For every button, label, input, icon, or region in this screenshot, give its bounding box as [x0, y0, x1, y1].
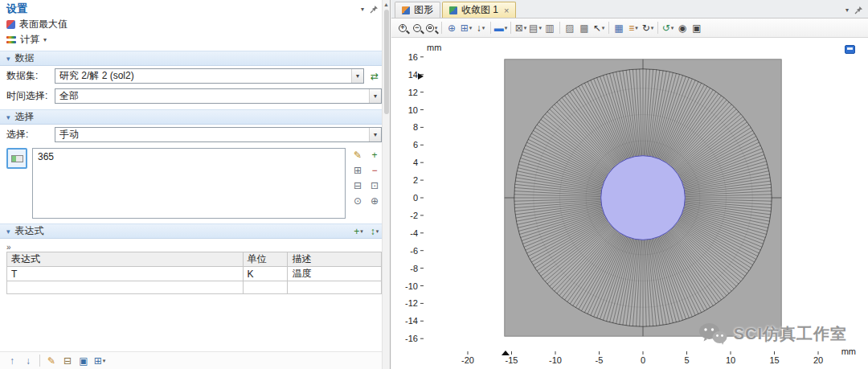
remove-from-selection-icon[interactable]: − [367, 163, 382, 177]
section-header-data[interactable]: ▾ 数据 [0, 51, 390, 66]
chevron-down-icon[interactable]: ▾ [351, 69, 363, 83]
surface-maximum-icon [6, 20, 15, 29]
tab-label: 收敛图 1 [461, 3, 498, 17]
legend-icon[interactable]: ≡▾ [626, 21, 641, 35]
move-down-icon[interactable]: ↓ [21, 354, 35, 367]
selection-list[interactable]: 365 [32, 148, 346, 219]
add-expression-icon[interactable]: +▾ [351, 224, 366, 238]
row-marker-icon: » [6, 243, 11, 252]
x-tick-label: -15 [506, 355, 518, 365]
expression-cell[interactable] [7, 281, 244, 294]
inner-circle [601, 156, 686, 240]
detach-window-icon[interactable] [845, 45, 855, 54]
zoom-in-icon[interactable]: + [395, 21, 410, 35]
expression-column-header: 单位 [243, 252, 288, 267]
zoom-extents-icon[interactable]: ⊕ [444, 21, 459, 35]
expression-cell[interactable]: K [243, 267, 288, 281]
transparency-icon[interactable]: ▨ [563, 21, 577, 35]
replace-expression-icon[interactable]: ↕▾ [367, 224, 382, 238]
switch-solution-icon[interactable]: ⇄ [367, 69, 382, 83]
mesh-plot: -20-15-10-5051015201614121086420-2-4-6-8… [391, 38, 868, 369]
move-up-icon[interactable]: ↑ [5, 354, 19, 367]
y-axis-unit-label: mm [427, 43, 441, 52]
refresh-scene-icon[interactable]: ↺▾ [661, 21, 675, 35]
selection-tool-columns: ✎⊞⊟⊙ +−⊡⊕ [350, 148, 382, 207]
save-to-file-icon[interactable]: ▣ [76, 354, 91, 367]
table-settings-icon[interactable]: ⊞▾ [92, 354, 107, 367]
y-tick-label: 2 [413, 175, 418, 185]
pin-icon[interactable] [854, 6, 863, 14]
zoom-out-icon[interactable]: − [410, 21, 424, 35]
scrollbar-thumb[interactable] [384, 10, 389, 114]
plot-area[interactable]: -20-15-10-5051015201614121086420-2-4-6-8… [391, 38, 868, 369]
dataset-tools: ⇄ [367, 69, 382, 83]
expression-cell[interactable] [243, 281, 288, 294]
selection-list-item[interactable]: 365 [38, 151, 340, 162]
zoom-to-selection-icon[interactable]: ⊙ [350, 194, 365, 207]
time-selection-select[interactable]: 全部 ▾ [55, 88, 382, 104]
tab-convergence-plot[interactable]: 收敛图 1 × [442, 2, 516, 18]
graphics-tab-bar: 图形 收敛图 1 × ▾ [391, 0, 868, 18]
edit-expression-icon[interactable]: ✎ [44, 354, 59, 367]
expression-cell[interactable]: 温度 [288, 267, 382, 281]
rotate-view-icon[interactable]: ↻▾ [641, 21, 655, 35]
active-node-label: 表面最大值 [19, 18, 68, 31]
selection-mode-select[interactable]: 手动 ▾ [55, 127, 382, 142]
printer-icon[interactable]: ▣ [690, 21, 704, 35]
copy-selection-icon[interactable]: ⊞ [350, 163, 365, 177]
paste-selection-icon[interactable]: ⊟ [350, 178, 365, 192]
grid-icon[interactable]: ▦ [612, 21, 626, 35]
dataset-value: 研究 2/解 2 (sol2) [59, 69, 351, 83]
x-tick-label: 5 [684, 355, 689, 365]
y-tick-label: 0 [413, 193, 418, 203]
compute-caret-icon[interactable]: ▾ [43, 36, 47, 43]
compute-button[interactable]: 计算 ▾ [0, 31, 390, 47]
y-tick-label: -6 [410, 246, 418, 256]
zoom-box-icon[interactable]: ▾ [424, 21, 439, 35]
y-tick-label: 10 [408, 105, 418, 115]
toolbar-separator [441, 22, 442, 34]
dataset-select[interactable]: 研究 2/解 2 (sol2) ▾ [55, 68, 364, 84]
camera-icon[interactable]: ◉ [675, 21, 690, 35]
settings-panel: 设置 ▾ 表面最大值 计算 ▾ ▾ 数据 数据集: 研究 2/解 2 (sol2… [0, 0, 391, 369]
collapse-icon[interactable]: ▾ [6, 228, 10, 236]
toolbar-separator [490, 22, 491, 34]
scroll-up-icon[interactable]: ▲ [383, 2, 389, 7]
print-icon[interactable]: ▥ [542, 21, 557, 35]
export-image-icon[interactable]: ▤▾ [528, 21, 542, 35]
tab-graphics[interactable]: 图形 [395, 2, 440, 18]
view-down-icon[interactable]: ↓▾ [473, 21, 488, 35]
section-header-selection[interactable]: ▾ 选择 [0, 109, 390, 125]
load-from-file-icon[interactable]: ⊟ [60, 354, 75, 367]
x-tick-label: -10 [549, 355, 562, 365]
add-to-selection-icon[interactable]: + [367, 148, 382, 162]
copy-image-icon[interactable]: ⊠▾ [514, 21, 528, 35]
center-selection-icon[interactable]: ⊕ [367, 194, 382, 207]
chevron-down-icon[interactable]: ▾ [369, 89, 381, 103]
collapse-icon[interactable]: ▾ [6, 55, 10, 63]
settings-scrollbar[interactable]: ▲ [382, 0, 390, 369]
pin-icon[interactable] [370, 5, 379, 14]
y-tick-label: 12 [408, 88, 418, 97]
expression-cell[interactable] [288, 281, 382, 294]
collapse-icon[interactable]: ▾ [6, 113, 10, 121]
wireframe-icon[interactable]: ▩ [577, 21, 592, 35]
time-selection-row: 时间选择: 全部 ▾ [0, 86, 390, 106]
close-icon[interactable]: × [504, 6, 509, 15]
scene-color-icon[interactable]: ▬▾ [493, 21, 508, 35]
section-header-expression[interactable]: ▾ 表达式 +▾↕▾ [0, 223, 390, 239]
expression-tools: +▾↕▾ [351, 224, 382, 238]
tab-list-icon[interactable]: ▾ [845, 6, 849, 14]
select-entities-icon[interactable]: ↖▾ [592, 21, 606, 35]
settings-title: 设置 [6, 2, 27, 16]
active-selection-toggle[interactable] [6, 148, 27, 169]
panel-menu-icon[interactable]: ▾ [361, 6, 364, 13]
toolbar-separator [608, 22, 609, 34]
chevron-down-icon[interactable]: ▾ [369, 128, 381, 141]
expression-cell[interactable]: T [7, 267, 244, 281]
create-selection-icon[interactable]: ✎ [350, 148, 365, 162]
y-tick-label: -2 [410, 211, 418, 220]
go-to-default-view-icon[interactable]: ⊞▾ [459, 21, 473, 35]
section-title: 数据 [15, 51, 35, 65]
clear-selection-icon[interactable]: ⊡ [367, 178, 382, 192]
